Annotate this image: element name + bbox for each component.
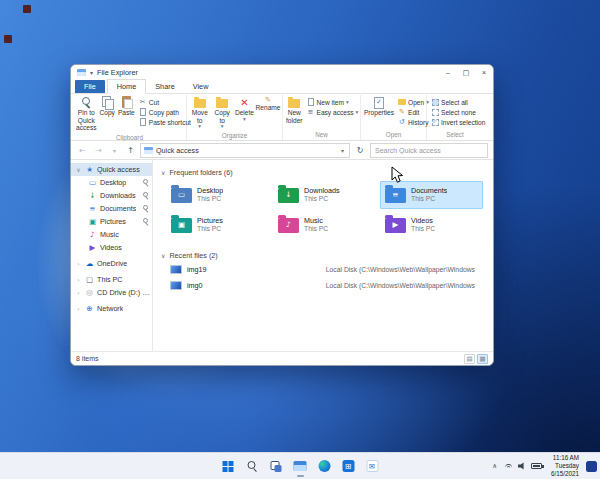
new-folder-button[interactable]: New folder <box>285 95 304 125</box>
edge-button[interactable] <box>315 457 334 476</box>
file-row-img0[interactable]: img0 Local Disk (C:\Windows\Web\Wallpape… <box>166 278 487 293</box>
microsoft-store-icon: ⊞ <box>342 460 354 472</box>
sidebar-item-pictures[interactable]: ▣ Pictures <box>71 215 152 228</box>
edit-button[interactable]: ✎ Edit <box>398 108 429 116</box>
folder-tile-music[interactable]: ♪ MusicThis PC <box>273 211 376 239</box>
pin-icon <box>80 96 93 109</box>
copy-button[interactable]: Copy <box>99 95 116 118</box>
rename-button[interactable]: ✎ Rename <box>256 95 280 113</box>
sidebar-item-this-pc[interactable]: › ▢ This PC <box>71 273 152 286</box>
sidebar-item-label: Quick access <box>97 165 140 174</box>
tray-chevron-up-icon[interactable]: ∧ <box>490 462 499 470</box>
sidebar-item-label: Downloads <box>100 191 136 200</box>
chevron-right-icon[interactable]: › <box>75 289 82 296</box>
file-path: Local Disk (C:\Windows\Web\Wallpaper\Win… <box>326 266 475 273</box>
sidebar-item-network[interactable]: › ⊕ Network <box>71 302 152 315</box>
properties-button[interactable]: ✓ Properties <box>363 95 395 118</box>
paste-button[interactable]: Paste <box>117 95 136 118</box>
folder-tile-downloads[interactable]: ↓ DownloadsThis PC <box>273 181 376 209</box>
search-button[interactable] <box>243 457 262 476</box>
chevron-right-icon[interactable]: › <box>75 260 82 267</box>
section-frequent-folders[interactable]: ∨ Frequent folders (6) <box>161 166 487 178</box>
folder-tile-desktop[interactable]: ▭ DesktopThis PC <box>166 181 269 209</box>
sidebar-item-quick-access[interactable]: ∨ ★ Quick access <box>71 163 152 176</box>
tab-file[interactable]: File <box>75 80 105 93</box>
select-group-label: Select <box>429 130 481 140</box>
titlebar[interactable]: ▾ File Explorer – □ × <box>71 65 493 80</box>
task-view-button[interactable] <box>267 457 286 476</box>
file-explorer-button[interactable] <box>291 457 310 476</box>
sidebar-item-documents[interactable]: ≡ Documents <box>71 202 152 215</box>
address-bar[interactable]: Quick access ▾ <box>140 143 350 158</box>
open-button[interactable]: Open ▾ <box>398 98 429 106</box>
back-button[interactable]: ← <box>76 144 89 157</box>
tab-share[interactable]: Share <box>146 80 183 93</box>
refresh-button[interactable]: ↻ <box>353 143 367 158</box>
sidebar-item-downloads[interactable]: ↓ Downloads <box>71 189 152 202</box>
chevron-down-icon[interactable]: ∨ <box>75 166 82 173</box>
history-button[interactable]: ↺ History <box>398 118 429 126</box>
sidebar-item-label: Videos <box>100 243 122 252</box>
sidebar-item-videos[interactable]: ▶ Videos <box>71 241 152 254</box>
folder-tile-pictures[interactable]: ▣ PicturesThis PC <box>166 211 269 239</box>
store-button[interactable]: ⊞ <box>339 457 358 476</box>
copy-path-button[interactable]: Copy path <box>139 108 191 116</box>
history-label: History <box>408 119 429 126</box>
chevron-down-icon[interactable]: ∨ <box>161 169 165 176</box>
delete-button[interactable]: ✕ Delete ▾ <box>234 95 255 123</box>
folder-tile-documents[interactable]: ≡ DocumentsThis PC <box>380 181 483 209</box>
paste-shortcut-button[interactable]: Paste shortcut <box>139 118 191 126</box>
forward-button[interactable]: → <box>92 144 105 157</box>
new-item-button[interactable]: New item ▾ <box>307 98 359 106</box>
chevron-down-icon[interactable]: ∨ <box>161 252 165 259</box>
taskbar-clock[interactable]: 11:16 AM Tuesday 6/15/2021 <box>549 454 579 479</box>
easy-access-icon: ≡ <box>307 108 315 116</box>
sidebar-item-onedrive[interactable]: › ☁ OneDrive <box>71 257 152 270</box>
search-input[interactable] <box>375 147 483 154</box>
select-all-button[interactable]: Select all <box>431 98 485 106</box>
file-row-img19[interactable]: img19 Local Disk (C:\Windows\Web\Wallpap… <box>166 262 487 277</box>
recent-locations-button[interactable]: ▾ <box>108 144 121 157</box>
address-toolbar: ← → ▾ ↑ Quick access ▾ ↻ <box>71 141 493 160</box>
folder-tile-videos[interactable]: ▶ VideosThis PC <box>380 211 483 239</box>
pin-to-quick-access-label: Pin to Quick access <box>76 109 97 132</box>
invert-selection-button[interactable]: Invert selection <box>431 118 485 126</box>
maximize-button[interactable]: □ <box>457 65 475 80</box>
quick-access-toolbar-chevron-icon[interactable]: ▾ <box>90 69 93 76</box>
volume-icon[interactable] <box>518 462 526 470</box>
battery-icon[interactable] <box>531 463 542 469</box>
sidebar-item-desktop[interactable]: ▭ Desktop <box>71 176 152 189</box>
copy-to-button[interactable]: Copy to ▾ <box>211 95 232 131</box>
videos-folder-icon: ▶ <box>385 218 406 233</box>
new-folder-icon <box>288 96 301 109</box>
cut-button[interactable]: ✂ Cut <box>139 98 191 106</box>
up-button[interactable]: ↑ <box>124 144 137 157</box>
new-item-icon <box>307 98 315 106</box>
tab-view[interactable]: View <box>184 80 218 93</box>
section-label: Recent files (2) <box>169 251 217 260</box>
thumbnails-view-button[interactable]: ▦ <box>477 354 488 364</box>
search-box[interactable] <box>370 143 488 158</box>
address-dropdown-icon[interactable]: ▾ <box>339 147 346 154</box>
pin-to-quick-access-button[interactable]: Pin to Quick access <box>75 95 98 133</box>
details-view-button[interactable]: ▤ <box>464 354 475 364</box>
ribbon-group-open: ✓ Properties Open ▾ ✎ Edit <box>361 95 427 140</box>
minimize-button[interactable]: – <box>439 65 457 80</box>
folder-name: Documents <box>411 186 447 195</box>
pin-icon <box>142 192 149 200</box>
sidebar-item-cd-drive[interactable]: › ◎ CD Drive (D:) Virtual <box>71 286 152 299</box>
tab-home[interactable]: Home <box>107 79 146 94</box>
start-button[interactable] <box>219 457 238 476</box>
sidebar-item-music[interactable]: ♪ Music <box>71 228 152 241</box>
move-to-button[interactable]: Move to ▾ <box>189 95 210 131</box>
close-button[interactable]: × <box>475 65 493 80</box>
select-none-button[interactable]: Select none <box>431 108 485 116</box>
mail-button[interactable]: ✉ <box>363 457 382 476</box>
wifi-icon[interactable] <box>504 463 513 470</box>
section-recent-files[interactable]: ∨ Recent files (2) <box>161 249 487 261</box>
chevron-right-icon[interactable]: › <box>75 276 82 283</box>
desktop-folder-icon: ▭ <box>171 188 192 203</box>
notification-badge[interactable] <box>586 461 597 472</box>
chevron-right-icon[interactable]: › <box>75 305 82 312</box>
easy-access-button[interactable]: ≡ Easy access ▾ <box>307 108 359 116</box>
